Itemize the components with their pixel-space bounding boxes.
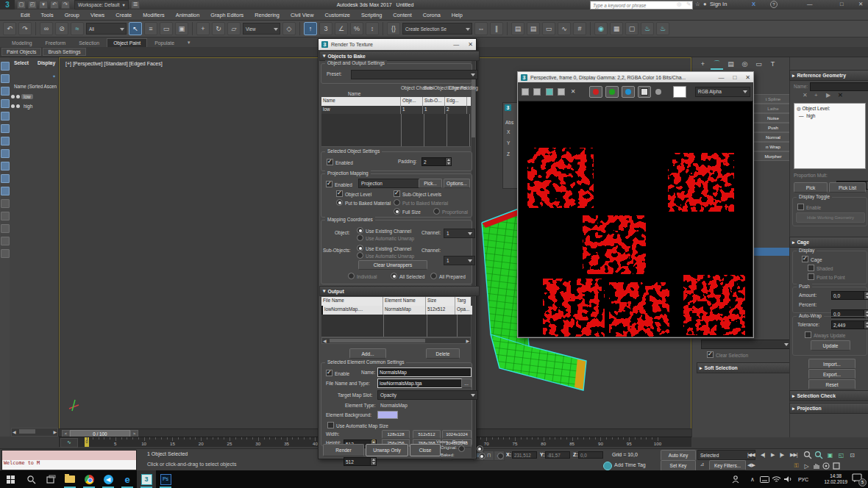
- render-button[interactable]: Render: [323, 444, 364, 456]
- tab-create-icon[interactable]: +: [697, 59, 709, 68]
- select-object-icon[interactable]: ↖: [129, 22, 142, 35]
- pick-list-button[interactable]: Pick List: [829, 182, 866, 193]
- scroll-thumb[interactable]: [330, 339, 425, 342]
- element-background-swatch[interactable]: [377, 411, 398, 419]
- favorites-icon[interactable]: ☆: [695, 1, 700, 7]
- bake-col-object-channel[interactable]: Object Channel: [401, 85, 424, 90]
- size-1024-button[interactable]: 1024x1024: [442, 430, 472, 439]
- menu-item[interactable]: Group: [65, 12, 79, 18]
- people-icon[interactable]: [728, 470, 743, 488]
- go-end-icon[interactable]: ▶▶|: [790, 451, 797, 459]
- modifier-set-button[interactable]: t Spline: [753, 94, 794, 104]
- objects-to-bake-rollout[interactable]: ▾Objects to Bake: [319, 51, 480, 61]
- refgeo-name-field[interactable]: [810, 82, 868, 91]
- menu-item[interactable]: Scripting: [361, 12, 382, 18]
- paint-tool-icon[interactable]: [1, 162, 10, 171]
- add-time-tag[interactable]: Add Time Tag: [614, 462, 646, 467]
- 3dsmax-taskbar-icon[interactable]: 3: [137, 470, 156, 488]
- rendered-frame-icon[interactable]: ▢: [625, 22, 638, 35]
- viewport-label[interactable]: [+] [Perspective] [Standard] [Edged Face…: [65, 61, 163, 66]
- minimize-window-icon[interactable]: —: [807, 1, 813, 7]
- prev-frame-icon[interactable]: ◀|: [761, 451, 764, 459]
- pick-button[interactable]: Pick: [794, 182, 828, 193]
- ribbon-tab-modeling[interactable]: Modeling: [6, 39, 38, 47]
- help-icon[interactable]: ?: [770, 1, 778, 8]
- workspace-dropdown[interactable]: Workspace: Default▾: [74, 0, 129, 10]
- menu-item[interactable]: Help: [452, 12, 463, 18]
- menu-item[interactable]: Content: [393, 12, 412, 18]
- rfw-title-bar[interactable]: 3 Perspective, frame 0, Display Gamma: 2…: [518, 72, 753, 82]
- paint-tool-icon[interactable]: [1, 249, 10, 258]
- menu-item[interactable]: Corona: [423, 12, 441, 18]
- named-selection-sets-icon[interactable]: {}: [387, 22, 400, 35]
- target-map-slot-dropdown[interactable]: Opacity: [377, 390, 478, 400]
- projection-enabled-checkbox[interactable]: Enabled: [326, 181, 352, 187]
- close-icon[interactable]: ✕: [468, 41, 473, 48]
- paint-tool-icon[interactable]: [1, 112, 10, 121]
- clear-unwrappers-button[interactable]: Clear Unwrappers: [358, 260, 427, 270]
- menu-item[interactable]: Animation: [176, 12, 199, 18]
- paint-tool-icon[interactable]: [1, 237, 10, 245]
- individual-radio[interactable]: Individual: [348, 273, 377, 279]
- soft-selection-rollout[interactable]: ▸Soft Selection: [697, 362, 797, 373]
- refgeo-delete-icon[interactable]: ✕: [838, 92, 843, 98]
- baked-render-radio[interactable]: [497, 453, 504, 459]
- select-place-icon[interactable]: ↑: [304, 22, 317, 35]
- modifier-param-dropdown[interactable]: [701, 340, 791, 349]
- add-element-button[interactable]: Add...: [349, 348, 386, 359]
- menu-item[interactable]: Edit: [21, 12, 30, 18]
- render-to-texture-dialog[interactable]: 3 Render To Texture — ✕ ▾Objects to Bake…: [318, 38, 477, 459]
- scroll-thumb[interactable]: [19, 429, 35, 434]
- window-crossing-icon[interactable]: ▣: [175, 22, 188, 35]
- select-by-name-icon[interactable]: ≡: [144, 22, 157, 35]
- scroll-left-icon[interactable]: ◀: [323, 338, 327, 343]
- size-128-button[interactable]: 128x128: [382, 430, 410, 439]
- explorer-filter-icon[interactable]: ✦: [52, 73, 56, 79]
- unwrap-only-button[interactable]: Unwrap Only: [366, 444, 408, 456]
- restore-window-icon[interactable]: □: [840, 1, 844, 7]
- percent-snap-icon[interactable]: %: [350, 22, 363, 35]
- cage-checkbox[interactable]: Cage: [802, 256, 822, 262]
- snaps-toggle-icon[interactable]: 3: [319, 22, 332, 35]
- subobj-use-existing-radio[interactable]: Use Existing Channel: [357, 245, 411, 251]
- menu-item[interactable]: Tools: [41, 12, 54, 18]
- unlink-icon[interactable]: ⊘: [55, 22, 68, 35]
- enabled-checkbox[interactable]: Enabled: [327, 159, 353, 165]
- close-button[interactable]: Close: [410, 444, 441, 456]
- all-selected-radio[interactable]: All Selected: [391, 273, 424, 279]
- x-coordinate-field[interactable]: 231,512: [512, 451, 537, 459]
- user-icon[interactable]: ●: [703, 1, 707, 7]
- key-icon[interactable]: ⚿: [791, 462, 801, 470]
- maxscript-mini-listener[interactable]: Welcome to M: [1, 450, 137, 472]
- output-rollout[interactable]: ▾Output: [319, 286, 480, 296]
- object-use-existing-radio[interactable]: Use Existing Channel: [357, 227, 411, 234]
- marquee-icon[interactable]: ▭: [160, 22, 173, 35]
- object-channel-dropdown[interactable]: 1: [444, 229, 475, 238]
- listener-script-area[interactable]: Welcome to M: [2, 460, 136, 470]
- object-level-checkbox[interactable]: Object Level: [336, 190, 371, 197]
- reset-button[interactable]: Reset: [808, 379, 855, 390]
- start-button[interactable]: [0, 470, 21, 488]
- all-prepared-radio[interactable]: All Prepared: [430, 273, 466, 279]
- clear-color-swatch[interactable]: [673, 86, 686, 98]
- explorer-tab-display[interactable]: Display: [38, 60, 55, 65]
- bake-col-name[interactable]: Name: [348, 91, 360, 96]
- scroll-right-icon[interactable]: ▶: [466, 338, 469, 343]
- close-window-icon[interactable]: ✕: [858, 1, 863, 7]
- refgeo-clear-icon[interactable]: ✕: [803, 92, 808, 98]
- display-toggle-enable-checkbox[interactable]: Enable: [797, 204, 821, 210]
- clone-window-icon[interactable]: [545, 87, 554, 96]
- modifier-set-button[interactable]: Noise: [753, 113, 794, 123]
- spinner-snap-icon[interactable]: ↕: [366, 22, 379, 35]
- render-production-icon[interactable]: ♨: [641, 22, 654, 35]
- render-setup-icon[interactable]: ▦: [610, 22, 623, 35]
- hide-working-geometry-button[interactable]: Hide Working Geometry: [796, 212, 865, 223]
- comm-center-icon[interactable]: ✎: [686, 1, 691, 7]
- always-update-checkbox[interactable]: Always Update: [805, 331, 845, 338]
- pan-icon[interactable]: [811, 462, 821, 470]
- auto-map-size-checkbox[interactable]: Use Automatic Map Size: [327, 422, 388, 428]
- projection-dropdown[interactable]: Projection: [358, 179, 427, 188]
- file-name-field[interactable]: lowNormalsMap.tga: [377, 378, 463, 388]
- save-bitmap-icon[interactable]: [521, 87, 530, 96]
- paint-tool-icon[interactable]: [1, 62, 10, 71]
